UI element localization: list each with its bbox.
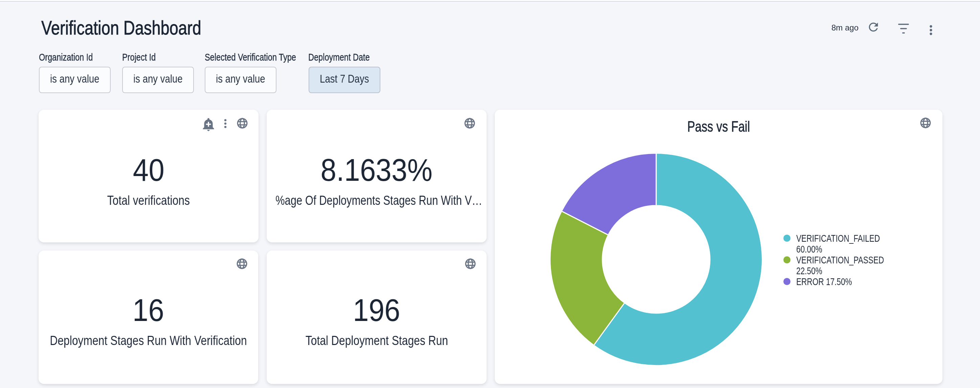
globe-icon[interactable]: [915, 112, 936, 134]
legend-text: ERROR 17.50%: [796, 276, 911, 287]
filter-icon[interactable]: [898, 23, 909, 34]
filter-label-text: Organization Id: [39, 53, 93, 62]
tile-label: %age Of Deployments Stages Run With V…: [275, 194, 529, 207]
filter-value-text: is any value: [133, 72, 182, 85]
filter-value-project-id[interactable]: is any value: [122, 67, 194, 93]
kebab-menu-icon[interactable]: [923, 23, 939, 38]
tile-stages-run-with-verification[interactable]: 16 Deployment Stages Run With Verificati…: [38, 251, 258, 384]
legend-value: 22.50%: [796, 265, 822, 276]
filter-value-deployment-date[interactable]: Last 7 Days: [309, 67, 380, 93]
legend-text: VERIFICATION_FAILED 60.00%: [796, 233, 911, 255]
legend-label: VERIFICATION_FAILED: [796, 233, 880, 244]
tile-value-text: 40: [133, 154, 164, 185]
refresh-icon[interactable]: [867, 20, 880, 34]
filter-value-verification-type[interactable]: is any value: [205, 67, 277, 93]
legend-item: VERIFICATION_PASSED 22.50%: [783, 255, 911, 276]
legend-swatch: [783, 256, 791, 263]
globe-icon[interactable]: [460, 253, 481, 275]
tile-value-text: 196: [353, 295, 400, 326]
tile-total-stages-run[interactable]: 196 Total Deployment Stages Run: [267, 251, 487, 384]
dashboard-surface: Verification Dashboard 8m ago Organizati…: [0, 1, 980, 388]
tile-label-text: Total Deployment Stages Run: [305, 334, 448, 347]
tile-value: 8.1633%: [267, 154, 487, 185]
tile-label-text: Total verifications: [107, 194, 190, 207]
filter-label-organization-id: Organization Id: [39, 53, 106, 62]
tile-pass-vs-fail-chart[interactable]: Pass vs Fail VERIFICATION_FAILED 60.00% …: [495, 110, 942, 384]
last-refresh-time: 8m ago: [832, 24, 859, 32]
donut-chart[interactable]: [548, 151, 764, 368]
tile-kebab-icon[interactable]: [219, 117, 232, 130]
tile-label-text: %age Of Deployments Stages Run With V…: [275, 194, 482, 207]
filter-value-text: is any value: [50, 72, 99, 85]
tile-value-text: 8.1633%: [321, 154, 433, 185]
globe-icon[interactable]: [459, 112, 480, 134]
filter-value-text: is any value: [216, 72, 265, 85]
tile-total-verifications[interactable]: 40 Total verifications: [38, 110, 259, 243]
tile-value: 16: [38, 295, 258, 326]
filter-label-verification-type: Selected Verification Type: [205, 53, 317, 62]
tile-value: 196: [267, 295, 487, 326]
filter-label-text: Selected Verification Type: [205, 53, 296, 62]
filter-label-deployment-date: Deployment Date: [308, 53, 384, 62]
filter-value-organization-id[interactable]: is any value: [39, 67, 111, 93]
legend-value: 17.50%: [826, 276, 852, 287]
legend-swatch: [783, 278, 791, 285]
chart-title: Pass vs Fail: [495, 119, 942, 134]
legend-swatch: [783, 235, 791, 242]
chart-title-text: Pass vs Fail: [687, 119, 750, 134]
tile-value: 40: [38, 154, 259, 185]
filter-value-text: Last 7 Days: [320, 72, 369, 85]
page-title: Verification Dashboard: [41, 18, 239, 38]
tile-value-text: 16: [133, 295, 164, 326]
bell-plus-icon[interactable]: [201, 117, 216, 132]
globe-icon[interactable]: [231, 253, 253, 275]
legend-label: ERROR: [796, 276, 824, 287]
legend-label: VERIFICATION_PASSED: [796, 255, 884, 265]
page-title-text: Verification Dashboard: [41, 18, 201, 38]
legend-value: 60.00%: [796, 244, 822, 255]
filter-label-project-id: Project Id: [122, 53, 164, 62]
globe-icon[interactable]: [231, 112, 253, 134]
chart-legend: VERIFICATION_FAILED 60.00% VERIFICATION_…: [783, 233, 911, 287]
filter-label-text: Deployment Date: [308, 53, 369, 62]
legend-item: VERIFICATION_FAILED 60.00%: [783, 233, 911, 255]
tile-pct-stages-with-verification[interactable]: 8.1633% %age Of Deployments Stages Run W…: [267, 110, 487, 243]
legend-text: VERIFICATION_PASSED 22.50%: [796, 255, 911, 276]
filter-label-text: Project Id: [122, 53, 156, 62]
legend-item: ERROR 17.50%: [783, 276, 911, 287]
